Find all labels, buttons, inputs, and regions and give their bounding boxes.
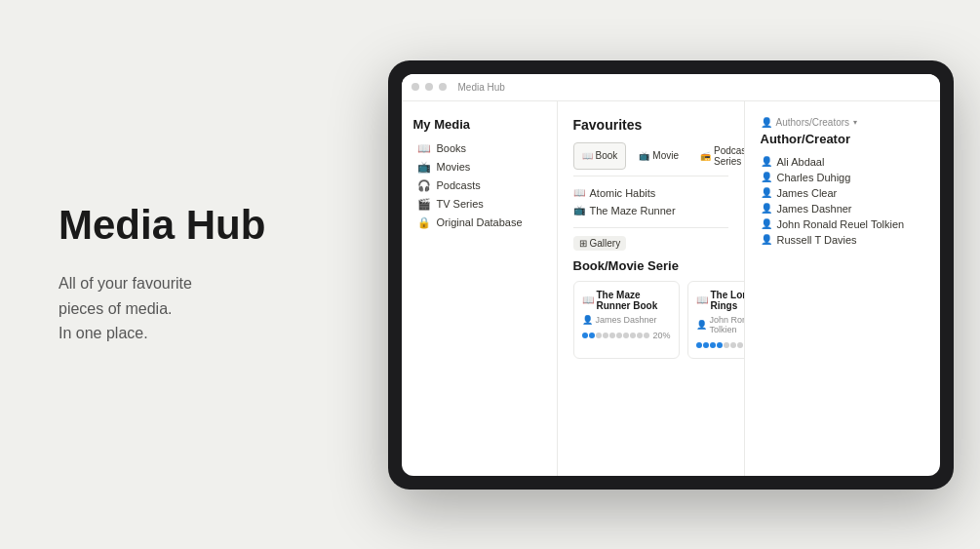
gallery-tab[interactable]: ⊞ Gallery [573,236,627,251]
progress-dots [696,342,745,348]
dot-filled [710,342,716,348]
left-panel: Media Hub All of your favouritepieces of… [0,144,361,405]
person-icon: 👤 [761,218,772,229]
progress-percentage: 20% [653,331,671,340]
gallery-icon: ⊞ [579,238,587,249]
favourite-label: Atomic Habits [590,187,656,199]
card-icon: 📖 [582,294,594,305]
gallery-cards: 📖 The Maze Runner Book 👤 James Dashner [573,281,728,359]
author-item[interactable]: 👤 James Dashner [761,201,924,216]
author-item[interactable]: 👤 James Clear [761,185,924,201]
sidebar-item-podcasts[interactable]: 🎧 Podcasts [413,176,545,195]
sidebar-item-label: Movies [437,161,471,173]
authors-panel: 👤 Authors/Creators ▾ Author/Creator 👤 Al… [745,101,940,476]
dot-empty [609,333,615,338]
author-name: Russell T Davies [777,234,857,246]
favourites-tabs: 📖 Book 📺 Movie 📻 Podcast/TV Series [573,142,728,176]
author-name: James Dashner [777,203,852,215]
authors-icon: 👤 [761,117,772,128]
card-title: 📖 The Lord of the Rings [696,290,745,311]
tv-icon: 🎬 [417,198,431,211]
gallery-label: Gallery [590,238,621,249]
notion-top-bar: Media Hub [402,74,940,101]
dot-filled [703,342,709,348]
author-item[interactable]: 👤 Ali Abdaal [761,154,924,170]
notion-interface: Media Hub My Media 📖 Books 📺 Movies [402,74,940,476]
movies-icon: 📺 [417,161,431,174]
sidebar-item-books[interactable]: 📖 Books [413,139,545,158]
podcasts-icon: 🎧 [417,179,431,192]
tab-label: Movie [652,150,679,161]
main-left: Favourites 📖 Book 📺 Movie [558,101,745,476]
sidebar-title: My Media [413,117,545,132]
author-name: Charles Duhigg [777,172,851,183]
tab-label: Book [596,150,618,161]
favourite-item[interactable]: 📖 Atomic Habits [573,184,728,202]
topbar-title: Media Hub [458,82,505,93]
movie-tab-icon: 📺 [639,151,649,161]
tab-label: Podcast/TV Series [714,145,745,167]
tab-book[interactable]: 📖 Book [573,142,627,170]
person-icon: 👤 [761,172,772,182]
author-item[interactable]: 👤 Russell T Davies [761,232,924,248]
page-subtitle: All of your favouritepieces of media.In … [59,271,302,346]
book-tab-icon: 📖 [582,151,593,161]
dot-empty [596,333,602,338]
card-author: 👤 John Ronald Reuel Tolkien [696,315,745,334]
topbar-dot [412,83,419,91]
topbar-dot [425,83,433,91]
dot-empty [644,333,649,338]
dot-empty [730,342,736,348]
sidebar-item-label: Books [437,142,467,154]
author-item[interactable]: 👤 John Ronald Reuel Tolkien [761,216,924,232]
dot-empty [630,333,636,338]
notion-content: My Media 📖 Books 📺 Movies 🎧 Podcasts [402,101,940,476]
person-icon: 👤 [761,156,772,167]
gallery-tab-row: ⊞ Gallery [573,236,728,251]
chevron-down-icon: ▾ [853,118,857,127]
tab-movie[interactable]: 📺 Movie [630,142,687,170]
sidebar-item-tv[interactable]: 🎬 TV Series [413,195,545,214]
notion-main: Favourites 📖 Book 📺 Movie [558,101,940,476]
dot-filled [717,342,723,348]
authors-header: 👤 Authors/Creators ▾ [761,117,924,128]
author-person-icon: 👤 [696,320,707,330]
author-name: James Clear [777,187,838,199]
lock-icon: 🔒 [417,216,431,229]
page-title: Media Hub [59,203,302,248]
topbar-dot [439,83,447,91]
card-author: 👤 James Dashner [582,315,671,325]
fav-book-icon: 📖 [573,187,585,198]
card-title: 📖 The Maze Runner Book [582,290,671,311]
sidebar-item-label: TV Series [437,198,484,210]
sidebar-item-label: Original Database [437,216,523,228]
dot-empty [724,342,729,348]
gallery-card[interactable]: 📖 The Lord of the Rings 👤 John Ronald Re… [687,281,745,359]
favourite-item[interactable]: 📺 The Maze Runner [573,202,728,219]
authors-header-label: Authors/Creators [776,117,850,128]
sidebar-item-database[interactable]: 🔒 Original Database [413,214,545,232]
dot-empty [737,342,743,348]
gallery-card[interactable]: 📖 The Maze Runner Book 👤 James Dashner [573,281,680,359]
dot-empty [603,333,608,338]
favourite-label: The Maze Runner [590,205,676,216]
author-item[interactable]: 👤 Charles Duhigg [761,170,924,185]
gallery-section-title: Book/Movie Serie [573,258,728,273]
tablet-frame: Media Hub My Media 📖 Books 📺 Movies [388,60,954,490]
dot-empty [637,333,643,338]
progress-row: 33% [696,340,745,350]
sidebar-item-label: Podcasts [437,179,481,191]
person-icon: 👤 [761,234,772,245]
favourites-title: Favourites [573,117,728,133]
authors-title: Author/Creator [761,132,924,146]
sidebar-item-movies[interactable]: 📺 Movies [413,158,545,176]
tab-podcast[interactable]: 📻 Podcast/TV Series [691,142,745,170]
books-icon: 📖 [417,142,431,155]
notion-sidebar: My Media 📖 Books 📺 Movies 🎧 Podcasts [402,101,558,476]
dot-filled [582,333,588,338]
progress-row: 20% [582,331,671,340]
tablet-wrapper: Media Hub My Media 📖 Books 📺 Movies [361,41,980,509]
dot-empty [616,333,622,338]
dot-filled [696,342,702,348]
divider [573,227,728,228]
